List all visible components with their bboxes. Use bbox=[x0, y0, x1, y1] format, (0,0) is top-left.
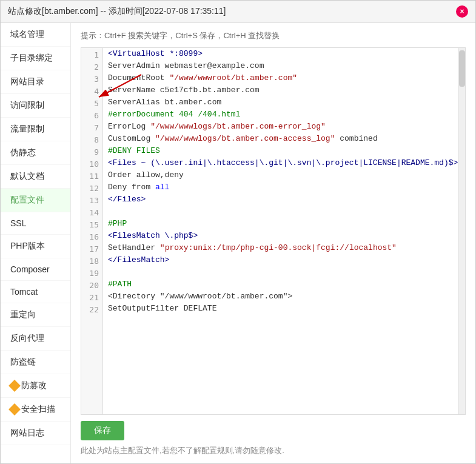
editor-wrapper: 12345678910111213141516171819202122 <Vir… bbox=[81, 47, 466, 415]
diamond-icon bbox=[8, 380, 21, 392]
line-number: 22 bbox=[81, 303, 102, 315]
line-number: 2 bbox=[81, 60, 102, 72]
sidebar-item-config[interactable]: 配置文件 bbox=[1, 189, 70, 212]
sidebar-item-ssl[interactable]: SSL bbox=[1, 212, 70, 235]
line-number: 20 bbox=[81, 278, 102, 291]
code-line: DocumentRoot "/www/wwwroot/bt.amber.com" bbox=[108, 72, 453, 84]
line-number: 19 bbox=[81, 266, 102, 278]
footer-area: 保存 此处为站点主配置文件,若您不了解配置规则,请勿随意修改. bbox=[81, 421, 466, 456]
line-number: 13 bbox=[81, 193, 102, 206]
sidebar-item-label: SSL bbox=[10, 218, 26, 228]
code-line bbox=[108, 206, 453, 218]
sidebar-item-label: 域名管理 bbox=[10, 29, 44, 39]
code-editor[interactable]: 12345678910111213141516171819202122 <Vir… bbox=[81, 47, 466, 415]
sidebar-item-label: 反向代理 bbox=[10, 333, 44, 343]
sidebar-item-label: Tomcat bbox=[10, 287, 38, 297]
code-line: SetOutputFilter DEFLATE bbox=[108, 303, 453, 315]
sidebar-item-hotlink[interactable]: 防盗链 bbox=[1, 351, 70, 374]
scrollbar-thumb[interactable] bbox=[459, 50, 465, 87]
sidebar-item-domain[interactable]: 域名管理 bbox=[1, 23, 70, 47]
sidebar-item-label: PHP版本 bbox=[10, 241, 45, 250]
sidebar-item-label: 默认文档 bbox=[10, 171, 44, 181]
sidebar-item-ratelimit[interactable]: 流量限制 bbox=[1, 118, 70, 141]
sidebar-item-weblog[interactable]: 网站日志 bbox=[1, 422, 70, 445]
footer-note: 此处为站点主配置文件,若您不了解配置规则,请勿随意修改. bbox=[81, 445, 466, 456]
line-number: 11 bbox=[81, 169, 102, 181]
line-number: 3 bbox=[81, 72, 102, 84]
sidebar-item-subdir[interactable]: 子目录绑定 bbox=[1, 47, 70, 70]
save-button[interactable]: 保存 bbox=[81, 421, 124, 440]
sidebar-item-label: 安全扫描 bbox=[21, 404, 55, 415]
main-panel: 提示：Ctrl+F 搜索关键字，Ctrl+S 保存，Ctrl+H 查找替换 12… bbox=[71, 23, 475, 463]
sidebar-item-label: 子目录绑定 bbox=[10, 53, 53, 62]
line-number: 1 bbox=[81, 48, 102, 60]
line-number: 7 bbox=[81, 121, 102, 133]
sidebar-item-label: 防盗链 bbox=[10, 357, 36, 366]
code-line: <Directory "/www/wwwroot/bt.amber.com"> bbox=[108, 291, 453, 303]
line-number: 16 bbox=[81, 230, 102, 242]
code-line: ServerName c5e17cfb.bt.amber.com bbox=[108, 84, 453, 96]
line-number: 21 bbox=[81, 291, 102, 303]
code-line: #errorDocument 404 /404.html bbox=[108, 109, 453, 121]
line-numbers: 12345678910111213141516171819202122 bbox=[81, 48, 103, 414]
code-line: <Files ~ (\.user.ini|\.htaccess|\.git|\.… bbox=[108, 157, 453, 169]
code-line: ServerAdmin webmaster@example.com bbox=[108, 60, 453, 72]
sidebar-item-label: 访问限制 bbox=[10, 100, 44, 110]
sidebar-item-label: 防篡改 bbox=[21, 380, 47, 391]
code-line: ErrorLog "/www/wwwlogs/bt.amber.com-erro… bbox=[108, 121, 453, 133]
line-number: 17 bbox=[81, 242, 102, 254]
line-number: 10 bbox=[81, 157, 102, 169]
content-area: 域名管理子目录绑定网站目录访问限制流量限制伪静态默认文档配置文件SSLPHP版本… bbox=[1, 23, 475, 463]
sidebar-item-label: 网站目录 bbox=[10, 76, 44, 86]
line-number: 18 bbox=[81, 254, 102, 266]
line-number: 15 bbox=[81, 218, 102, 230]
code-content[interactable]: <VirtualHost *:8099> ServerAdmin webmast… bbox=[103, 48, 458, 414]
sidebar-item-security[interactable]: 安全扫描 bbox=[1, 398, 70, 422]
line-number: 6 bbox=[81, 109, 102, 121]
scrollbar[interactable] bbox=[458, 48, 465, 414]
code-line: Deny from all bbox=[108, 181, 453, 193]
code-line: #PHP bbox=[108, 218, 453, 230]
code-line: Order allow,deny bbox=[108, 169, 453, 181]
sidebar-item-default[interactable]: 默认文档 bbox=[1, 165, 70, 189]
window-title: 站点修改[bt.amber.com] -- 添加时间[2022-07-08 17… bbox=[8, 6, 226, 17]
sidebar-item-composer[interactable]: Composer bbox=[1, 258, 70, 281]
code-line bbox=[108, 266, 453, 278]
close-button[interactable]: × bbox=[456, 5, 468, 18]
code-line: </Files> bbox=[108, 193, 453, 206]
line-number: 12 bbox=[81, 181, 102, 193]
code-line: ServerAlias bt.amber.com bbox=[108, 96, 453, 109]
code-line: SetHandler "proxy:unix:/tmp/php-cgi-00.s… bbox=[108, 242, 453, 254]
code-line: CustomLog "/www/wwwlogs/bt.amber.com-acc… bbox=[108, 133, 453, 145]
sidebar-item-tamper[interactable]: 防篡改 bbox=[1, 374, 70, 398]
sidebar-item-label: 网站日志 bbox=[10, 428, 44, 437]
sidebar-item-label: 重定向 bbox=[10, 309, 36, 319]
line-number: 8 bbox=[81, 133, 102, 145]
sidebar-item-label: 配置文件 bbox=[10, 195, 44, 204]
sidebar-item-php[interactable]: PHP版本 bbox=[1, 235, 70, 258]
line-number: 14 bbox=[81, 206, 102, 218]
sidebar-item-tomcat[interactable]: Tomcat bbox=[1, 281, 70, 303]
line-number: 5 bbox=[81, 96, 102, 109]
code-line: #DENY FILES bbox=[108, 145, 453, 157]
sidebar-item-redirect[interactable]: 重定向 bbox=[1, 303, 70, 327]
sidebar-item-webdir[interactable]: 网站目录 bbox=[1, 70, 70, 94]
sidebar-item-pseudo[interactable]: 伪静态 bbox=[1, 141, 70, 165]
sidebar-item-reverse[interactable]: 反向代理 bbox=[1, 327, 70, 351]
diamond-icon bbox=[8, 403, 21, 415]
code-line: #PATH bbox=[108, 278, 453, 291]
sidebar: 域名管理子目录绑定网站目录访问限制流量限制伪静态默认文档配置文件SSLPHP版本… bbox=[1, 23, 71, 463]
title-bar: 站点修改[bt.amber.com] -- 添加时间[2022-07-08 17… bbox=[1, 1, 475, 23]
sidebar-item-label: 流量限制 bbox=[10, 124, 44, 133]
main-window: 站点修改[bt.amber.com] -- 添加时间[2022-07-08 17… bbox=[0, 0, 476, 464]
code-line: </FilesMatch> bbox=[108, 254, 453, 266]
code-line: <VirtualHost *:8099> bbox=[108, 48, 453, 60]
hint-bar: 提示：Ctrl+F 搜索关键字，Ctrl+S 保存，Ctrl+H 查找替换 bbox=[81, 30, 466, 41]
sidebar-item-access[interactable]: 访问限制 bbox=[1, 94, 70, 118]
line-number: 9 bbox=[81, 145, 102, 157]
code-line: <FilesMatch \.php$> bbox=[108, 230, 453, 242]
sidebar-item-label: 伪静态 bbox=[10, 147, 36, 157]
sidebar-item-label: Composer bbox=[10, 264, 50, 274]
line-number: 4 bbox=[81, 84, 102, 96]
